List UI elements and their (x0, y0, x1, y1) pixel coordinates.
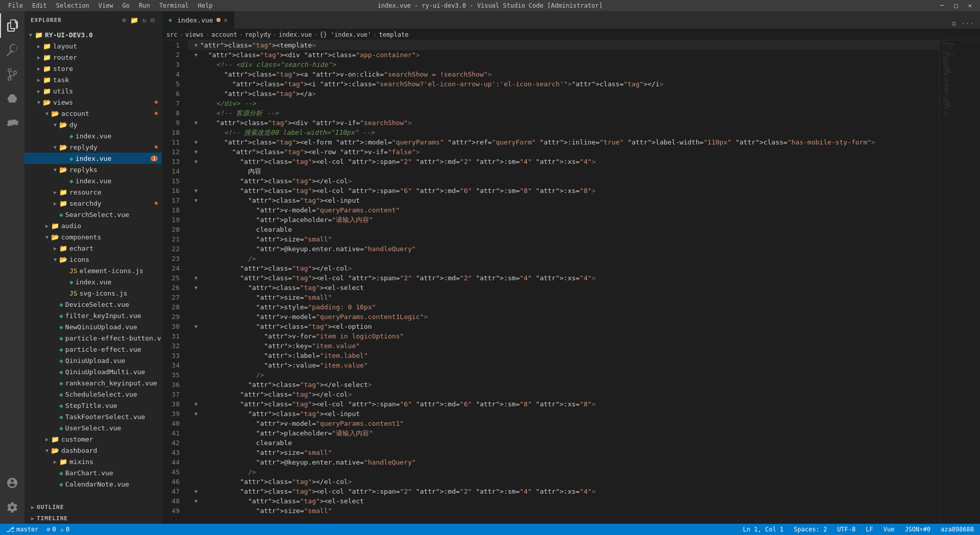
activity-settings[interactable] (0, 495, 24, 520)
code-line-18[interactable]: "attr">v-model="queryParams.content" (188, 205, 939, 215)
code-line-26[interactable]: ▼ "attr">class="tag"><el-select (188, 283, 939, 293)
tree-item-steptitle[interactable]: ▶ ◈ StepTitle.vue (24, 400, 162, 411)
code-line-28[interactable]: "attr">style="padding: 0 10px" (188, 302, 939, 312)
menu-help[interactable]: Help (194, 1, 217, 10)
code-line-13[interactable]: ▼ "attr">class="tag"><el-col "attr">:spa… (188, 157, 939, 166)
activity-explorer[interactable] (0, 13, 24, 38)
tree-item-qiniuuploadmulti[interactable]: ▶ ◈ QiniuUploadMulti.vue (24, 366, 162, 377)
code-line-20[interactable]: clearable (188, 225, 939, 234)
code-line-43[interactable]: "attr">size="small" (188, 448, 939, 457)
code-line-22[interactable]: "attr">@keyup.enter.native="handleQuery" (188, 244, 939, 254)
fold-arrow-27[interactable] (192, 293, 200, 302)
status-errors[interactable]: ⊘ 0 ⚠ 0 (46, 526, 69, 533)
fold-arrow-49[interactable] (192, 506, 200, 516)
code-line-31[interactable]: "attr">v-for="item in logicOptions" (188, 331, 939, 341)
tree-root[interactable]: ▼ 📁 RY-UI-DEV3.0 (24, 29, 162, 40)
status-encoding[interactable]: UTF-8 (835, 526, 857, 533)
fold-arrow-18[interactable] (192, 205, 200, 215)
fold-arrow-10[interactable] (192, 128, 200, 137)
fold-arrow-24[interactable] (192, 263, 200, 273)
activity-search[interactable] (0, 38, 24, 62)
code-line-1[interactable]: ▼"attr">class="tag"><template> (188, 40, 939, 50)
outline-section[interactable]: ▶ OUTLINE (24, 501, 162, 513)
tree-item-newqiniuupload[interactable]: ▶ ◈ NewQiniuUpload.vue (24, 321, 162, 332)
tree-item-replyks[interactable]: ▼ 📂 replyks (24, 164, 162, 175)
tree-item-taskfooterselect[interactable]: ▶ ◈ TaskFooterSelect.vue (24, 411, 162, 422)
code-line-45[interactable]: /> (188, 467, 939, 477)
code-line-42[interactable]: clearable (188, 438, 939, 448)
fold-arrow-31[interactable] (192, 331, 200, 341)
fold-arrow-44[interactable] (192, 457, 200, 467)
code-line-34[interactable]: "attr">:value="item.value" (188, 360, 939, 370)
fold-arrow-38[interactable]: ▼ (192, 399, 200, 409)
code-line-41[interactable]: "attr">placeholder="请输入内容" (188, 428, 939, 438)
code-editor[interactable]: ▼"attr">class="tag"><template>▼ "attr">c… (188, 40, 939, 524)
fold-arrow-29[interactable] (192, 312, 200, 322)
activity-extensions[interactable] (0, 111, 24, 136)
menu-run[interactable]: Run (135, 1, 154, 10)
fold-arrow-6[interactable] (192, 89, 200, 99)
code-line-44[interactable]: "attr">@keyup.enter.native="handleQuery" (188, 457, 939, 467)
fold-arrow-45[interactable] (192, 467, 200, 477)
tree-item-layout[interactable]: ▶ 📁 layout (24, 40, 162, 52)
code-line-4[interactable]: "attr">class="tag"><a "attr">v-on:click=… (188, 69, 939, 79)
tree-item-dy-index[interactable]: ▶ ◈ index.vue (24, 130, 162, 141)
fold-arrow-25[interactable]: ▼ (192, 273, 200, 283)
fold-arrow-5[interactable] (192, 79, 200, 89)
code-line-46[interactable]: "attr">class="tag"></el-col> (188, 477, 939, 487)
code-line-39[interactable]: ▼ "attr">class="tag"><el-input (188, 409, 939, 419)
tree-item-utils[interactable]: ▶ 📁 utils (24, 85, 162, 96)
menu-go[interactable]: Go (118, 1, 134, 10)
code-line-9[interactable]: ▼ "attr">class="tag"><div "attr">v-if="s… (188, 118, 939, 128)
code-line-11[interactable]: ▼ "attr">class="tag"><el-form "attr">:mo… (188, 137, 939, 147)
breadcrumb-obj[interactable]: {} 'index.vue' (320, 31, 371, 38)
menu-selection[interactable]: Selection (52, 1, 93, 10)
code-line-49[interactable]: "attr">size="small" (188, 506, 939, 516)
code-line-15[interactable]: "attr">class="tag"></el-col> (188, 176, 939, 186)
code-line-29[interactable]: "attr">v-model="queryParams.content1Logi… (188, 312, 939, 322)
tree-item-ranksearch[interactable]: ▶ ◈ ranksearch_keyinput.vue (24, 377, 162, 388)
menu-file[interactable]: File (4, 1, 27, 10)
code-line-16[interactable]: ▼ "attr">class="tag"><el-col "attr">:spa… (188, 186, 939, 196)
fold-arrow-20[interactable] (192, 225, 200, 234)
fold-arrow-2[interactable]: ▼ (192, 50, 200, 60)
code-line-7[interactable]: </div> --> (188, 99, 939, 108)
fold-arrow-3[interactable] (192, 60, 200, 69)
tree-item-element-icons[interactable]: ▶ JS element-icons.js (24, 265, 162, 276)
fold-arrow-7[interactable] (192, 99, 200, 108)
code-line-36[interactable]: "attr">class="tag"></el-select> (188, 380, 939, 390)
fold-arrow-37[interactable] (192, 390, 200, 399)
breadcrumb-indexvue[interactable]: index.vue (279, 31, 312, 38)
fold-arrow-19[interactable] (192, 215, 200, 225)
status-spaces[interactable]: Spaces: 2 (792, 526, 829, 533)
tree-item-components[interactable]: ▼ 📂 components (24, 231, 162, 242)
tree-item-scheduleselect[interactable]: ▶ ◈ ScheduleSelect.vue (24, 388, 162, 400)
fold-arrow-17[interactable]: ▼ (192, 196, 200, 205)
fold-arrow-11[interactable]: ▼ (192, 137, 200, 147)
window-controls[interactable]: ─ □ ✕ (936, 1, 976, 10)
tree-item-resource[interactable]: ▶ 📁 resource (24, 186, 162, 198)
code-line-40[interactable]: "attr">v-model="queryParams.content1" (188, 419, 939, 428)
fold-arrow-28[interactable] (192, 302, 200, 312)
fold-arrow-13[interactable]: ▼ (192, 157, 200, 166)
status-encoding-label[interactable]: aza898688 (939, 526, 976, 533)
fold-arrow-21[interactable] (192, 234, 200, 244)
fold-arrow-39[interactable]: ▼ (192, 409, 200, 419)
breadcrumb-replydy[interactable]: replydy (245, 31, 271, 38)
new-file-icon[interactable]: ⊕ (121, 15, 128, 25)
tab-index-vue[interactable]: ◈ index.vue ✕ (162, 11, 234, 29)
tree-item-calendarnote[interactable]: ▶ ◈ CalendarNote.vue (24, 478, 162, 490)
tree-item-deviceselect[interactable]: ▶ ◈ DeviceSelect.vue (24, 299, 162, 310)
tree-item-searchdy[interactable]: ▶ 📁 searchdy (24, 198, 162, 209)
minimize-button[interactable]: ─ (936, 1, 948, 10)
fold-arrow-35[interactable] (192, 370, 200, 380)
tree-item-particle-effect[interactable]: ▶ ◈ particle-effect.vue (24, 344, 162, 355)
timeline-section[interactable]: ▶ TIMELINE (24, 513, 162, 524)
status-line-endings[interactable]: LF (864, 526, 875, 533)
code-line-24[interactable]: "attr">class="tag"></el-col> (188, 263, 939, 273)
tree-item-qiniuupload[interactable]: ▶ ◈ QiniuUpload.vue (24, 355, 162, 366)
status-line-col[interactable]: Ln 1, Col 1 (741, 526, 786, 533)
fold-arrow-34[interactable] (192, 360, 200, 370)
menu-edit[interactable]: Edit (28, 1, 51, 10)
code-line-2[interactable]: ▼ "attr">class="tag"><div "attr">class="… (188, 50, 939, 60)
